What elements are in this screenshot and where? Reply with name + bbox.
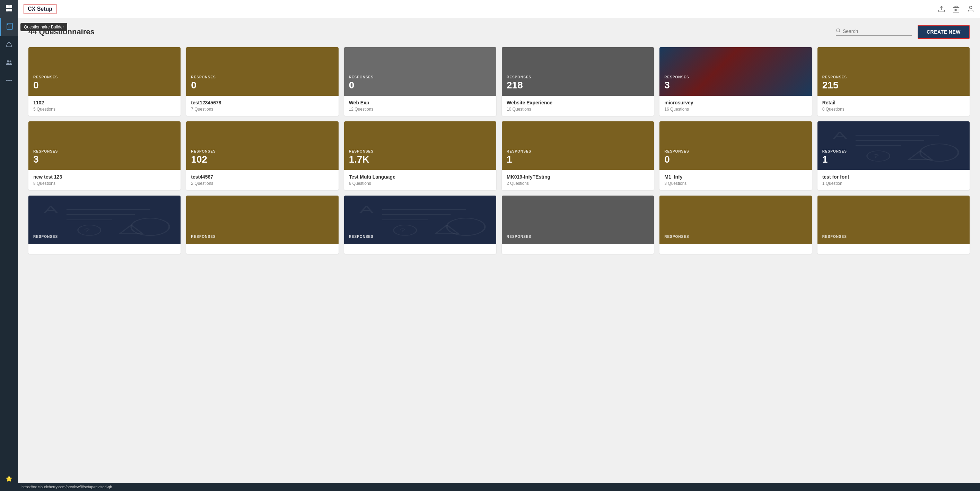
card-questions: 8 Questions	[822, 107, 965, 112]
app-title: CX Setup	[24, 4, 56, 14]
card-name: M1_Infy	[664, 174, 807, 180]
responses-label: RESPONSES	[349, 150, 492, 153]
user-button[interactable]	[967, 5, 974, 13]
questionnaire-card[interactable]: RESPONSES	[659, 196, 811, 254]
questionnaire-card[interactable]: RESPONSES 215 Retail 8 Questions	[818, 47, 970, 116]
svg-rect-1	[10, 5, 12, 8]
responses-value: 1.7K	[349, 154, 492, 165]
upload-button[interactable]	[938, 5, 945, 13]
card-body	[186, 244, 338, 254]
card-body: Web Exp 12 Questions	[344, 96, 496, 116]
statusbar: https://cx.cloudcherry.com/preview/#/set…	[18, 483, 980, 491]
sidebar-bottom: ⭐	[0, 470, 18, 488]
card-questions: 1 Question	[822, 181, 965, 186]
svg-text:A: A	[360, 204, 374, 215]
svg-rect-8	[7, 24, 8, 25]
svg-point-11	[6, 80, 8, 81]
sidebar-item-share[interactable]	[0, 36, 18, 54]
questionnaire-card[interactable]: A ? RESPONSES	[29, 196, 181, 254]
responses-label: RESPONSES	[191, 150, 333, 153]
card-body: 1102 5 Questions	[29, 96, 181, 116]
responses-value: 0	[33, 80, 176, 91]
card-body	[344, 244, 496, 254]
responses-label: RESPONSES	[191, 235, 333, 239]
bank-button[interactable]	[952, 5, 960, 13]
card-name: microsurvey	[664, 100, 807, 105]
svg-point-36	[131, 218, 169, 236]
sidebar-item-bottom[interactable]: ⭐	[0, 470, 18, 488]
topbar: CX Setup	[18, 0, 980, 18]
svg-text:A: A	[833, 130, 847, 141]
responses-value: 3	[664, 80, 807, 91]
responses-value: 0	[349, 80, 492, 91]
content-header: 44 Questionnaires CREATE NEW	[29, 25, 970, 39]
responses-label: RESPONSES	[822, 75, 965, 79]
svg-rect-0	[6, 5, 9, 8]
create-new-button[interactable]: CREATE NEW	[918, 25, 970, 39]
questionnaire-card[interactable]: RESPONSES 0 1102 5 Questions	[29, 47, 181, 116]
responses-label: RESPONSES	[664, 150, 807, 153]
questionnaire-card[interactable]: RESPONSES 0 Web Exp 12 Questions	[344, 47, 496, 116]
questionnaire-icon	[6, 23, 13, 32]
questionnaire-card[interactable]: A ? RESPONSES	[344, 196, 496, 254]
svg-point-13	[10, 80, 12, 81]
search-input[interactable]	[843, 29, 912, 34]
questionnaire-card[interactable]: RESPONSES	[818, 196, 970, 254]
page-title: 44 Questionnaires	[29, 27, 95, 37]
grid-icon	[6, 5, 13, 14]
sidebar-item-team[interactable]	[0, 54, 18, 72]
responses-value: 1	[822, 154, 965, 165]
card-body: test12345678 7 Questions	[186, 96, 338, 116]
questionnaire-card[interactable]: RESPONSES	[502, 196, 654, 254]
card-questions: 2 Questions	[191, 181, 333, 186]
sidebar-item-apps[interactable]	[0, 72, 18, 90]
responses-label: RESPONSES	[507, 150, 649, 153]
card-questions: 8 Questions	[33, 181, 176, 186]
questionnaire-card[interactable]: RESPONSES 0 test12345678 7 Questions	[186, 47, 338, 116]
questionnaire-card[interactable]: RESPONSES 1.7K Test Multi Language 6 Que…	[344, 121, 496, 190]
card-name: test44567	[191, 174, 333, 180]
responses-value: 0	[664, 154, 807, 165]
card-body: new test 123 8 Questions	[29, 170, 181, 190]
cards-grid: RESPONSES 0 1102 5 Questions RESPONSES 0…	[29, 47, 970, 254]
card-body	[502, 244, 654, 254]
svg-line-23	[839, 32, 840, 33]
questionnaire-card[interactable]: RESPONSES 0 M1_Infy 3 Questions	[659, 121, 811, 190]
responses-value: 3	[33, 154, 176, 165]
responses-value: 0	[191, 80, 333, 91]
card-body	[818, 244, 970, 254]
card-questions: 12 Questions	[349, 107, 492, 112]
card-body: test for font 1 Question	[818, 170, 970, 190]
card-name: Website Experience	[507, 100, 649, 105]
responses-label: RESPONSES	[822, 150, 965, 153]
sidebar-item-questionnaire[interactable]: Questionnaire Builder	[0, 18, 18, 36]
card-body	[659, 244, 811, 254]
questionnaire-card[interactable]: RESPONSES 1 MK019-InfyTEsting 2 Question…	[502, 121, 654, 190]
card-name: test for font	[822, 174, 965, 180]
responses-label: RESPONSES	[664, 235, 807, 239]
star-icon: ⭐	[6, 475, 13, 482]
topbar-actions	[938, 5, 974, 13]
card-body: M1_Infy 3 Questions	[659, 170, 811, 190]
card-name: new test 123	[33, 174, 176, 180]
card-name: test12345678	[191, 100, 333, 105]
svg-point-22	[837, 29, 840, 32]
responses-label: RESPONSES	[33, 150, 176, 153]
card-questions: 6 Questions	[349, 181, 492, 186]
questionnaire-card[interactable]: RESPONSES 218 Website Experience 10 Ques…	[502, 47, 654, 116]
questionnaire-card[interactable]: RESPONSES 3 microsurvey 16 Questions	[659, 47, 811, 116]
questionnaire-card[interactable]: RESPONSES	[186, 196, 338, 254]
sidebar-item-grid[interactable]	[0, 0, 18, 18]
svg-text:?: ?	[84, 228, 90, 233]
card-name: Web Exp	[349, 100, 492, 105]
card-body: Test Multi Language 6 Questions	[344, 170, 496, 190]
svg-rect-3	[10, 9, 12, 11]
svg-point-10	[10, 61, 11, 62]
card-name: Test Multi Language	[349, 174, 492, 180]
questionnaire-card[interactable]: RESPONSES 102 test44567 2 Questions	[186, 121, 338, 190]
svg-point-21	[969, 6, 972, 8]
card-body: microsurvey 16 Questions	[659, 96, 811, 116]
responses-label: RESPONSES	[191, 75, 333, 79]
questionnaire-card[interactable]: RESPONSES 3 new test 123 8 Questions	[29, 121, 181, 190]
questionnaire-card[interactable]: A ? RESPONSES 1 test for font 1 Question	[818, 121, 970, 190]
